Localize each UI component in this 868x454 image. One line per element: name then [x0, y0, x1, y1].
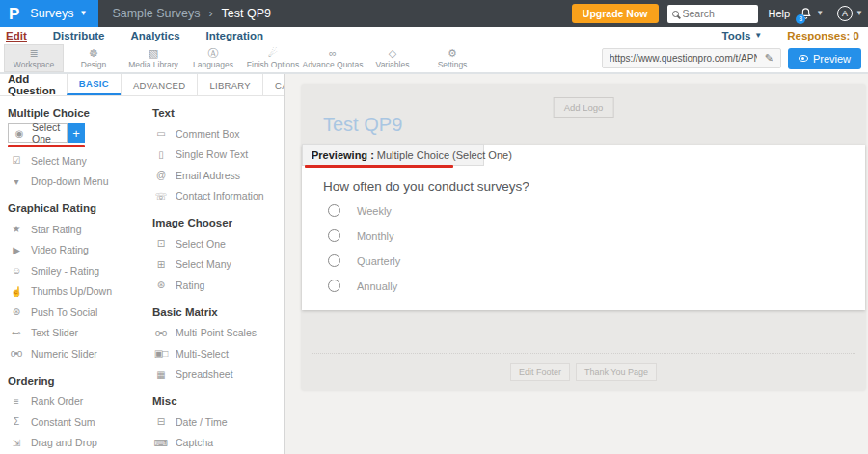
- menu-item-distribute[interactable]: Distribute: [53, 30, 105, 41]
- radio-button-icon[interactable]: [328, 204, 340, 217]
- question-type-captcha[interactable]: ⌨Captcha: [152, 433, 280, 454]
- previewing-tab: Previewing :Multiple Choice (Select One): [302, 144, 484, 166]
- chevron-down-icon[interactable]: ▼: [816, 10, 824, 17]
- question-type-date-time[interactable]: ⊟Date / Time: [152, 412, 280, 433]
- add-question-type-button[interactable]: +: [68, 123, 85, 143]
- add-logo-button[interactable]: Add Logo: [554, 97, 614, 118]
- question-type-video-rating[interactable]: ▶Video Rating: [8, 240, 129, 261]
- question-type-drop-down-menu[interactable]: ▾Drop-down Menu: [8, 172, 129, 193]
- finish-options-icon: ☄: [268, 48, 278, 59]
- question-type-select-one-selected[interactable]: ◉Select One: [8, 123, 68, 143]
- answer-option-annually[interactable]: Annually: [328, 280, 397, 292]
- breadcrumb-parent[interactable]: Sample Surveys: [112, 7, 200, 20]
- tab-basic[interactable]: BASIC: [67, 74, 121, 95]
- avatar[interactable]: A: [837, 6, 853, 21]
- preview-button[interactable]: Preview: [788, 48, 861, 69]
- question-type-rank-order[interactable]: ≡Rank Order: [8, 391, 129, 413]
- toolbar-item-advance-quotas[interactable]: ∞Advance Quotas: [303, 44, 363, 72]
- slider-icon: ⊷: [8, 328, 24, 338]
- question-type-star-rating[interactable]: ★Star Rating: [8, 219, 129, 240]
- survey-title[interactable]: Test QP9: [323, 114, 402, 136]
- numeric-slider-icon: o•o: [8, 348, 24, 359]
- search-icon: [672, 11, 679, 17]
- chevron-down-icon[interactable]: ▼: [855, 10, 863, 17]
- answer-option-monthly[interactable]: Monthly: [328, 229, 394, 242]
- question-type-email-address[interactable]: @Email Address: [152, 165, 280, 186]
- question-type-label: Select Many: [31, 155, 87, 167]
- edit-footer-button[interactable]: Edit Footer: [510, 363, 570, 381]
- question-type-spreadsheet[interactable]: ▦Spreadsheet: [152, 364, 280, 386]
- share-icon: ⊛: [8, 307, 24, 317]
- question-type-constant-sum[interactable]: ΣConstant Sum: [8, 412, 129, 433]
- surveys-menu[interactable]: P Surveys▼: [0, 0, 98, 27]
- question-type-label: Push To Social: [31, 307, 97, 318]
- question-type-numeric-slider[interactable]: o•oNumeric Slider: [8, 343, 129, 364]
- question-type-drag-and-drop[interactable]: ⇲Drag and Drop: [8, 433, 129, 454]
- section-heading-basic-matrix: Basic Matrix: [152, 307, 280, 318]
- notifications-button[interactable]: 3: [799, 7, 813, 21]
- toolbar-item-design[interactable]: ☸Design: [64, 44, 123, 72]
- menu-item-edit[interactable]: Edit: [6, 30, 27, 42]
- question-preview-panel: Previewing :Multiple Choice (Select One)…: [302, 145, 865, 310]
- tools-menu[interactable]: Tools▼: [721, 30, 762, 41]
- question-type-label: Captcha: [176, 437, 213, 448]
- question-type-label: Video Rating: [31, 244, 89, 255]
- question-type-single-row-text[interactable]: ▯Single Row Text: [152, 145, 280, 166]
- toolbar-item-label: Workspace: [14, 60, 54, 69]
- edit-url-icon[interactable]: ✎: [765, 52, 773, 65]
- tab-library[interactable]: LIBRARY: [197, 74, 262, 95]
- answer-option-label: Quarterly: [357, 255, 400, 267]
- survey-url-box[interactable]: https://www.questionpro.com/t/APNrfZ ✎: [602, 48, 781, 68]
- languages-icon: Ⓐ: [208, 48, 219, 59]
- menu-item-analytics[interactable]: Analytics: [130, 30, 179, 41]
- search-input[interactable]: [683, 8, 748, 19]
- question-type-contact-information[interactable]: ☏Contact Information: [152, 186, 280, 207]
- help-link[interactable]: Help: [769, 8, 791, 19]
- radio-button-icon[interactable]: [328, 254, 340, 267]
- toolbar-item-label: Languages: [193, 60, 233, 69]
- survey-url: https://www.questionpro.com/t/APNrfZ: [610, 53, 757, 64]
- toolbar-item-media-library[interactable]: ▧Media Library: [123, 44, 183, 72]
- menu-item-integration[interactable]: Integration: [206, 30, 263, 41]
- question-type-push-to-social[interactable]: ⊛Push To Social: [8, 302, 129, 323]
- question-type-text-slider[interactable]: ⊷Text Slider: [8, 323, 129, 344]
- toolbar-item-languages[interactable]: ⒶLanguages: [183, 44, 243, 72]
- workspace-icon: ≣: [29, 48, 38, 59]
- toolbar-item-workspace[interactable]: ≣Workspace: [4, 44, 64, 72]
- image-select-many-icon: ⊞: [152, 259, 169, 270]
- responses-count[interactable]: Responses: 0: [787, 30, 859, 41]
- tab-advanced[interactable]: ADVANCED: [121, 74, 197, 95]
- tab-canvas[interactable]: CANVAS: [262, 74, 285, 95]
- question-type-label: Email Address: [176, 170, 240, 181]
- toolbar-item-variables[interactable]: ◇Variables: [363, 44, 422, 72]
- thank-you-page-button[interactable]: Thank You Page: [576, 363, 657, 381]
- question-type-comment-box[interactable]: ▭Comment Box: [152, 123, 280, 145]
- section-heading-misc: Misc: [152, 395, 280, 407]
- question-type-rating[interactable]: ⊛Rating: [152, 275, 280, 296]
- multi-point-icon: o•o: [152, 328, 169, 338]
- search-box[interactable]: [667, 5, 758, 23]
- question-type-label: Drop-down Menu: [31, 175, 109, 187]
- question-type-select-many[interactable]: ⊞Select Many: [152, 254, 280, 276]
- question-type-smiley-rating[interactable]: ☺Smiley - Rating: [8, 260, 129, 281]
- question-text[interactable]: How often do you conduct surveys?: [323, 179, 529, 194]
- checkbox-list-icon: ☑: [8, 155, 24, 166]
- question-type-multi-point-scales[interactable]: o•oMulti-Point Scales: [152, 323, 280, 344]
- toolbar-item-label: Finish Options: [247, 60, 299, 69]
- answer-option-weekly[interactable]: Weekly: [328, 204, 392, 217]
- toolbar-item-settings[interactable]: ⚙Settings: [422, 44, 482, 72]
- radio-button-icon[interactable]: [328, 229, 340, 242]
- toolbar-item-finish-options[interactable]: ☄Finish Options: [243, 44, 303, 72]
- smiley-icon: ☺: [8, 265, 24, 276]
- question-type-select-many[interactable]: ☑Select Many: [8, 150, 129, 172]
- answer-option-quarterly[interactable]: Quarterly: [328, 254, 400, 267]
- question-type-thumbs-up-down[interactable]: ☝Thumbs Up/Down: [8, 281, 129, 303]
- upgrade-now-button[interactable]: Upgrade Now: [572, 4, 659, 23]
- variables-icon: ◇: [389, 48, 396, 59]
- question-type-select-one[interactable]: ⊡Select One: [152, 233, 280, 254]
- spreadsheet-icon: ▦: [152, 369, 169, 380]
- question-type-multi-select[interactable]: ▣□Multi-Select: [152, 343, 280, 364]
- breadcrumb-separator: ›: [208, 7, 212, 20]
- question-type-label: Spreadsheet: [176, 368, 233, 380]
- radio-button-icon[interactable]: [328, 280, 340, 292]
